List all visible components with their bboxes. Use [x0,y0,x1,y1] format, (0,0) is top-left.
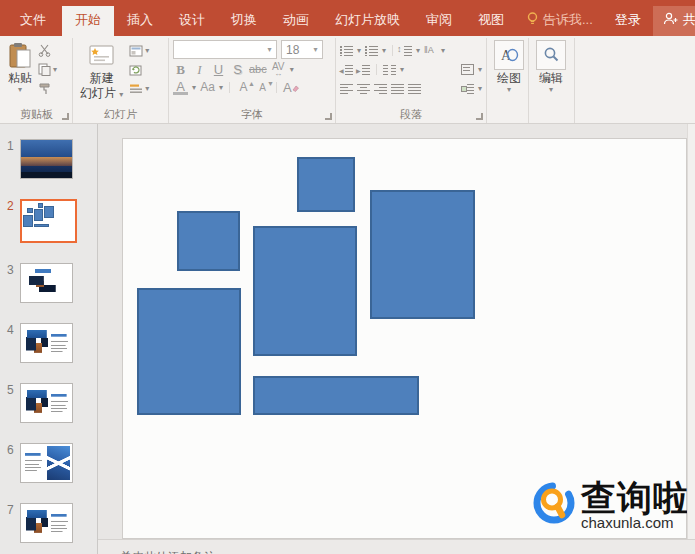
tab-design[interactable]: 设计 [166,6,218,36]
slide-shape-1[interactable] [297,157,355,212]
section-button[interactable]: ▾ [129,81,149,96]
format-painter-button[interactable] [38,81,57,96]
tab-animations[interactable]: 动画 [270,6,322,36]
reset-slide-button[interactable] [129,62,149,77]
tab-file[interactable]: 文件 [4,6,62,36]
main-area: 1234567 查询啦 chaxunla.com 单击此处添加备注 [0,124,695,554]
paste-label: 粘贴 [8,71,32,86]
align-center-icon[interactable] [357,84,370,94]
tab-home[interactable]: 开始 [62,6,114,36]
chevron-down-icon: ▾ [192,84,196,91]
font-dialog-launcher[interactable] [325,113,332,120]
bold-button[interactable]: B [173,62,188,77]
justify-icon[interactable] [391,84,404,94]
tab-slideshow[interactable]: 幻灯片放映 [322,6,413,36]
slide-shape-6[interactable] [253,376,419,415]
slide-thumbnail-4[interactable] [20,323,73,363]
numbering-icon[interactable] [365,46,378,56]
ribbon-group-font: ▾ 18 ▾ B I U S abc AV↔ ▾ A ▾ Aa ▾ [169,38,336,123]
divider [392,45,393,56]
copy-button[interactable]: ▾ [38,62,57,77]
slide-shape-3[interactable] [253,226,357,356]
slide-thumbnail-5[interactable] [20,383,73,423]
text-direction-icon[interactable] [424,46,437,56]
line-spacing-icon[interactable] [399,46,412,56]
grow-font-button[interactable]: A▲ [236,80,251,95]
drawing-button[interactable]: A 绘图 ▾ [491,40,527,109]
tab-review[interactable]: 审阅 [413,6,465,36]
convert-to-smartart-icon[interactable] [461,84,474,94]
mini-shape [44,206,54,218]
align-text-icon[interactable] [461,64,474,75]
notes-pane[interactable]: 单击此处添加备注 [98,539,695,554]
chevron-down-icon: ▾ [309,45,322,54]
mini-shape [38,203,43,208]
tab-transitions[interactable]: 切换 [218,6,270,36]
slide-thumb-row-4: 4 [0,323,97,363]
paste-button[interactable]: 粘贴 ▾ [5,40,35,109]
distribute-icon[interactable] [408,84,421,94]
columns-icon[interactable] [383,65,396,75]
divider [276,82,277,93]
vertical-scrollbar[interactable] [687,124,695,539]
tab-view[interactable]: 视图 [465,6,517,36]
align-right-icon[interactable] [374,84,387,94]
clear-formatting-button[interactable]: A [283,80,299,95]
paste-clipboard-icon [9,40,32,70]
slide-shape-2[interactable] [177,211,240,271]
scissors-icon [38,44,51,57]
share-button[interactable]: 共享 [653,6,695,36]
character-spacing-button[interactable]: AV↔ [271,63,286,77]
slide-thumbnail-3[interactable] [20,263,73,303]
underline-button[interactable]: U [211,62,226,77]
slide-panel: 1234567 [0,124,98,554]
shrink-font-button[interactable]: A▼ [255,80,270,95]
slide-number: 6 [0,443,20,457]
slide-number: 2 [0,199,20,213]
chevron-down-icon: ▾ [507,86,511,93]
new-slide-label-line1: 新建 [90,71,114,86]
slide-thumbnail-6[interactable] [20,443,73,483]
font-size-combobox[interactable]: 18 ▾ [281,40,323,59]
slide-shape-5[interactable] [137,288,241,415]
chevron-down-icon: ▾ [219,84,223,91]
sign-in-button[interactable]: 登录 [603,6,653,36]
slide-canvas[interactable]: 查询啦 chaxunla.com [122,138,687,539]
tell-me-box[interactable]: 告诉我... [517,6,603,36]
italic-button[interactable]: I [192,62,207,77]
lightbulb-icon [527,12,538,28]
slides-group-label: 幻灯片 [73,107,168,122]
paragraph-dialog-launcher[interactable] [476,113,483,120]
cut-button[interactable] [38,43,57,58]
text-shadow-button[interactable]: S [230,62,245,77]
font-name-combobox[interactable]: ▾ [173,40,277,59]
bullets-icon[interactable] [340,46,353,56]
paragraph-group-label: 段落 [336,107,486,122]
change-case-button[interactable]: Aa [200,80,215,95]
slide-layout-button[interactable]: ▾ [129,43,149,58]
increase-indent-icon[interactable] [357,65,370,75]
strikethrough-button[interactable]: abc [249,62,267,77]
clipboard-dialog-launcher[interactable] [62,113,69,120]
decrease-indent-icon[interactable] [340,65,353,75]
drawing-icon: A [494,40,524,70]
font-color-button[interactable]: A [173,81,188,95]
slide-number: 7 [0,503,20,517]
new-slide-button[interactable]: 新建 幻灯片 ▾ [77,40,126,109]
editing-label: 编辑 [539,71,563,86]
slide-shape-4[interactable] [370,190,475,319]
mini-shape [27,208,33,214]
copy-icon [38,63,51,76]
slides-minibuttons: ▾ ▾ [129,40,149,109]
chevron-down-icon: ▾ [145,47,149,54]
slide-thumbnail-7[interactable] [20,503,73,543]
slide-thumbnail-2[interactable] [20,199,77,243]
mini-shape [34,224,49,228]
align-left-icon[interactable] [340,84,353,94]
tab-insert[interactable]: 插入 [114,6,166,36]
slide-thumbnail-1[interactable] [20,139,73,179]
notes-placeholder: 单击此处添加备注 [120,540,216,554]
slide-thumb-row-1: 1 [0,139,97,179]
editing-button[interactable]: 编辑 ▾ [533,40,569,109]
section-icon [129,83,143,95]
